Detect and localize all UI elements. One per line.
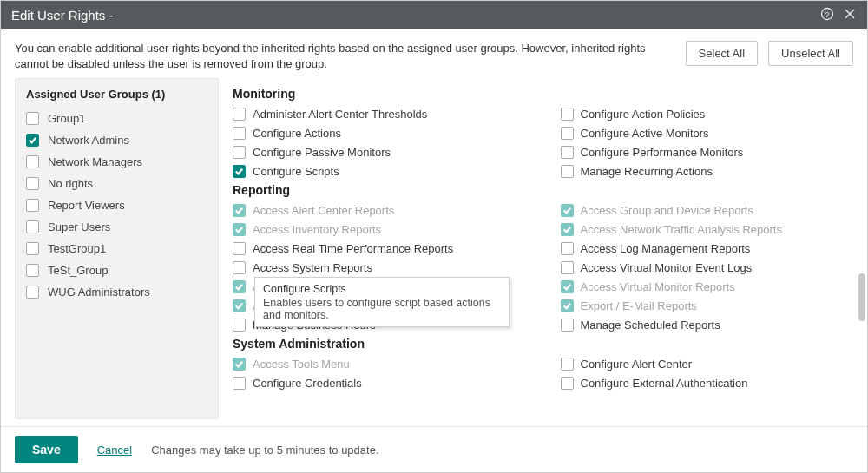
checkbox[interactable] [233,242,246,255]
checkbox[interactable] [561,146,574,159]
right-label: Access Tools Menu [253,358,350,371]
help-icon[interactable]: ? [820,7,834,23]
checkbox[interactable] [26,177,39,190]
unselect-all-button[interactable]: Unselect All [768,41,853,66]
right-item[interactable]: Manage Recurring Actions [561,165,854,178]
right-item[interactable]: Configure Active Monitors [561,127,854,140]
checkbox[interactable] [561,261,574,274]
save-button[interactable]: Save [15,436,78,463]
right-item[interactable]: Configure Credentials [233,377,526,390]
rights-column: Access Tools MenuConfigure Credentials [233,358,526,390]
sidebar-item[interactable]: TeSt_Group [21,259,213,281]
right-item[interactable]: Access Alert Center Reports [233,204,526,217]
right-item[interactable]: Administer Alert Center Thresholds [233,108,526,121]
right-label: Export / E-Mail Reports [581,299,697,312]
checkbox[interactable] [26,264,39,277]
checkbox[interactable] [26,155,39,168]
sidebar-item[interactable]: TestGroup1 [21,238,213,259]
right-item[interactable]: Access Tools Menu [233,358,526,371]
checkbox[interactable] [26,220,39,233]
checkbox[interactable] [233,165,246,178]
checkbox[interactable] [561,377,574,390]
rights-column: Configure Alert CenterConfigure External… [561,358,854,390]
cancel-link[interactable]: Cancel [97,443,132,457]
right-item[interactable]: Access Real Time Performance Reports [233,242,526,255]
checkbox[interactable] [233,127,246,140]
sidebar-item[interactable]: WUG Administrators [21,281,213,303]
right-item[interactable]: Manage Scheduled Reports [561,319,854,332]
checkbox[interactable] [561,223,574,236]
right-label: Configure Actions [253,127,341,140]
right-item[interactable]: Configure Actions [233,127,526,140]
sidebar-item[interactable]: Group1 [21,108,213,129]
right-item[interactable]: Access Inventory Reports [233,223,526,236]
checkbox[interactable] [561,165,574,178]
dialog-title: Edit User Rights - [11,8,114,23]
checkbox[interactable] [233,358,246,371]
scrollbar-thumb[interactable] [858,273,865,321]
sidebar-item-label: TestGroup1 [48,242,106,255]
svg-text:?: ? [825,10,829,18]
checkbox[interactable] [26,112,39,125]
right-label: Manage Scheduled Reports [581,319,720,332]
checkbox[interactable] [561,280,574,293]
checkbox[interactable] [26,242,39,255]
right-item[interactable]: Configure Passive Monitors [233,146,526,159]
checkbox[interactable] [26,286,39,299]
sidebar-item-label: TeSt_Group [48,264,108,277]
right-item[interactable]: Configure Scripts [233,165,526,178]
right-item[interactable]: Access Group and Device Reports [561,204,854,217]
rights-column: Configure Action PoliciesConfigure Activ… [561,108,854,178]
checkbox[interactable] [233,377,246,390]
checkbox[interactable] [561,319,574,332]
checkbox[interactable] [26,134,39,147]
right-label: Configure External Authentication [581,377,748,390]
checkbox[interactable] [233,223,246,236]
close-icon[interactable] [843,7,857,23]
right-label: Manage Recurring Actions [581,165,713,178]
select-all-button[interactable]: Select All [686,41,758,66]
sidebar-item-label: No rights [48,177,93,190]
section-title: System Administration [233,337,853,351]
checkbox[interactable] [233,319,246,332]
right-item[interactable]: Access System Reports [233,261,526,274]
footer-note: Changes may take up to 5 minutes to upda… [151,443,378,457]
right-label: Configure Active Monitors [581,127,709,140]
checkbox[interactable] [233,280,246,293]
sidebar-item[interactable]: Report Viewers [21,194,213,216]
checkbox[interactable] [561,127,574,140]
right-item[interactable]: Configure Alert Center [561,358,854,371]
sidebar-item-label: WUG Administrators [48,286,150,299]
checkbox[interactable] [561,299,574,312]
right-label: Access Inventory Reports [253,223,381,236]
sidebar-item[interactable]: No rights [21,173,213,194]
right-item[interactable]: Configure Performance Monitors [561,146,854,159]
dialog-body: Assigned User Groups (1) Group1Network A… [1,78,867,426]
checkbox[interactable] [561,108,574,121]
scrollbar[interactable] [858,156,865,426]
checkbox[interactable] [561,242,574,255]
right-item[interactable]: Access Log Management Reports [561,242,854,255]
right-item[interactable]: Export / E-Mail Reports [561,299,854,312]
right-item[interactable]: Configure Action Policies [561,108,854,121]
right-item[interactable]: Configure External Authentication [561,377,854,390]
checkbox[interactable] [561,204,574,217]
checkbox[interactable] [233,299,246,312]
checkbox[interactable] [233,204,246,217]
checkbox[interactable] [233,146,246,159]
top-buttons: Select All Unselect All [686,41,853,66]
checkbox[interactable] [233,108,246,121]
right-item[interactable]: Access Network Traffic Analysis Reports [561,223,854,236]
sidebar-item[interactable]: Super Users [21,216,213,238]
assigned-groups-sidebar: Assigned User Groups (1) Group1Network A… [15,78,219,419]
right-label: Configure Scripts [253,165,339,178]
checkbox[interactable] [26,199,39,212]
right-item[interactable]: Access Virtual Monitor Event Logs [561,261,854,274]
checkbox[interactable] [561,358,574,371]
sidebar-item[interactable]: Network Managers [21,151,213,173]
sidebar-item[interactable]: Network Admins [21,129,213,151]
checkbox[interactable] [233,261,246,274]
right-item[interactable]: Access Virtual Monitor Reports [561,280,854,293]
rights-pane[interactable]: MonitoringAdminister Alert Center Thresh… [233,78,853,419]
right-label: Configure Action Policies [581,108,706,121]
